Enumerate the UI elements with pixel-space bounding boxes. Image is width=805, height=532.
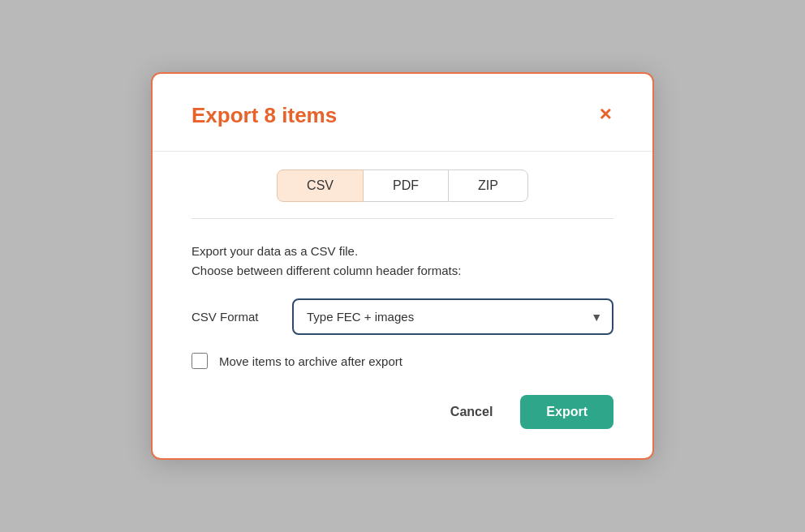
csv-format-row: CSV Format Type FEC + images Type FEC St…: [192, 298, 613, 335]
archive-label: Move items to archive after export: [219, 354, 402, 368]
export-button[interactable]: Export: [520, 395, 613, 429]
cancel-button[interactable]: Cancel: [437, 397, 506, 427]
description-line2: Choose between different column header f…: [192, 264, 461, 277]
archive-row: Move items to archive after export: [192, 353, 613, 369]
tab-csv[interactable]: CSV: [277, 169, 364, 202]
archive-checkbox[interactable]: [192, 353, 208, 369]
csv-format-select-wrapper: Type FEC + images Type FEC Standard Cust…: [292, 298, 613, 335]
description-line1: Export your data as a CSV file.: [192, 244, 358, 258]
csv-format-label: CSV Format: [192, 310, 273, 324]
modal-title: Export 8 items: [192, 103, 337, 128]
csv-format-select[interactable]: Type FEC + images Type FEC Standard Cust…: [292, 298, 613, 335]
description: Export your data as a CSV file. Choose b…: [192, 242, 613, 281]
header-divider: [153, 151, 652, 152]
modal-overlay: Export 8 items × CSV PDF ZIP Export your…: [0, 0, 805, 532]
export-modal: Export 8 items × CSV PDF ZIP Export your…: [151, 72, 654, 460]
tab-pdf[interactable]: PDF: [364, 169, 448, 202]
modal-footer: Cancel Export: [192, 395, 613, 429]
format-tabs: CSV PDF ZIP: [192, 169, 613, 219]
tab-zip[interactable]: ZIP: [448, 169, 528, 202]
close-button[interactable]: ×: [598, 103, 613, 124]
modal-header: Export 8 items ×: [192, 103, 613, 128]
